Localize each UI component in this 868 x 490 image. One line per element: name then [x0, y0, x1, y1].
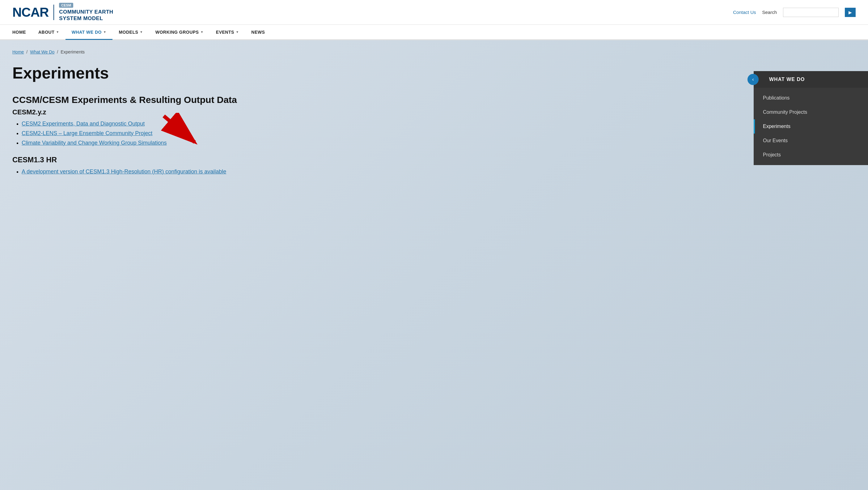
site-header: NCAR CESM COMMUNITY EARTH SYSTEM MODEL C…: [0, 0, 868, 25]
sidebar-link-experiments[interactable]: Experiments: [755, 119, 868, 133]
cesm-badge: CESM: [59, 3, 73, 8]
sidebar-item-publications: Publications: [754, 91, 868, 105]
breadcrumb-sep1: /: [26, 50, 28, 54]
sidebar-link-community-projects[interactable]: Community Projects: [754, 105, 868, 119]
sidebar-item-community-projects: Community Projects: [754, 105, 868, 119]
nav-item-news[interactable]: NEWS: [245, 25, 271, 40]
right-sidebar: ‹ WHAT WE DO Publications Community Proj…: [754, 71, 868, 165]
search-label: Search: [762, 9, 777, 15]
main-nav: HOME ABOUT ▼ WHAT WE DO ▼ MODELS ▼ WORKI…: [0, 25, 868, 40]
sidebar-item-our-events: Our Events: [754, 133, 868, 148]
contact-us-link[interactable]: Contact Us: [733, 9, 756, 15]
main-content: Experiments CCSM/CESM Experiments & Resu…: [12, 64, 352, 175]
list-item: Climate Variability and Change Working G…: [22, 140, 352, 146]
nav-item-models[interactable]: MODELS ▼: [113, 25, 149, 40]
chevron-down-icon: ▼: [56, 30, 59, 34]
link-list-2: A development version of CESM1.3 High-Re…: [12, 169, 352, 175]
cesm-title-line1: COMMUNITY EARTH: [59, 9, 113, 15]
breadcrumb-current: Experiments: [61, 50, 85, 54]
breadcrumb-parent[interactable]: What We Do: [30, 50, 54, 54]
subsection1-heading: CESM2.y.z: [12, 108, 352, 116]
sidebar-header: ‹ WHAT WE DO: [754, 71, 868, 88]
link-list-1: CESM2 Experiments, Data and Diagnostic O…: [12, 121, 352, 146]
page-title: Experiments: [12, 64, 352, 82]
sidebar-header-title: WHAT WE DO: [769, 77, 805, 82]
breadcrumb: Home / What We Do / Experiments: [12, 50, 856, 54]
breadcrumb-home[interactable]: Home: [12, 50, 24, 54]
nav-item-what-we-do[interactable]: WHAT WE DO ▼: [65, 25, 113, 40]
sidebar-toggle-button[interactable]: ‹: [747, 74, 758, 85]
nav-item-home[interactable]: HOME: [12, 25, 32, 40]
link-cesm13-hr[interactable]: A development version of CESM1.3 High-Re…: [22, 169, 226, 175]
ncar-logo: NCAR: [12, 5, 49, 20]
header-logo-area: NCAR CESM COMMUNITY EARTH SYSTEM MODEL: [12, 3, 114, 22]
link-cesm2-lens[interactable]: CESM2-LENS – Large Ensemble Community Pr…: [22, 130, 152, 136]
sidebar-item-projects: Projects: [754, 148, 868, 162]
search-input[interactable]: [783, 8, 839, 17]
sidebar-menu: Publications Community Projects Experime…: [754, 88, 868, 165]
sidebar-link-our-events[interactable]: Our Events: [754, 133, 868, 148]
breadcrumb-sep2: /: [57, 50, 58, 54]
header-divider: [54, 5, 54, 20]
chevron-down-icon: ▼: [200, 30, 203, 34]
sidebar-item-experiments: Experiments: [754, 119, 868, 133]
page-background: Home / What We Do / Experiments Experime…: [0, 40, 868, 490]
list-item: CESM2 Experiments, Data and Diagnostic O…: [22, 121, 352, 127]
link-climate-variability[interactable]: Climate Variability and Change Working G…: [22, 140, 167, 146]
link-cesm2-experiments[interactable]: CESM2 Experiments, Data and Diagnostic O…: [22, 121, 145, 127]
sidebar-link-publications[interactable]: Publications: [754, 91, 868, 105]
cesm-title-block: CESM COMMUNITY EARTH SYSTEM MODEL: [59, 3, 113, 22]
chevron-down-icon: ▼: [236, 30, 239, 34]
list-item: A development version of CESM1.3 High-Re…: [22, 169, 352, 175]
subsection2-heading: CESM1.3 HR: [12, 155, 352, 164]
header-right: Contact Us Search ▶: [733, 8, 856, 17]
section-heading: CCSM/CESM Experiments & Resulting Output…: [12, 95, 352, 105]
chevron-down-icon: ▼: [140, 30, 143, 34]
cesm-title-line2: SYSTEM MODEL: [59, 16, 113, 22]
nav-item-working-groups[interactable]: WORKING GROUPS ▼: [149, 25, 210, 40]
search-button[interactable]: ▶: [845, 8, 856, 17]
chevron-down-icon: ▼: [103, 30, 106, 34]
nav-item-events[interactable]: EVENTS ▼: [210, 25, 245, 40]
nav-item-about[interactable]: ABOUT ▼: [32, 25, 65, 40]
list-item: CESM2-LENS – Large Ensemble Community Pr…: [22, 130, 352, 136]
sidebar-link-projects[interactable]: Projects: [754, 148, 868, 162]
